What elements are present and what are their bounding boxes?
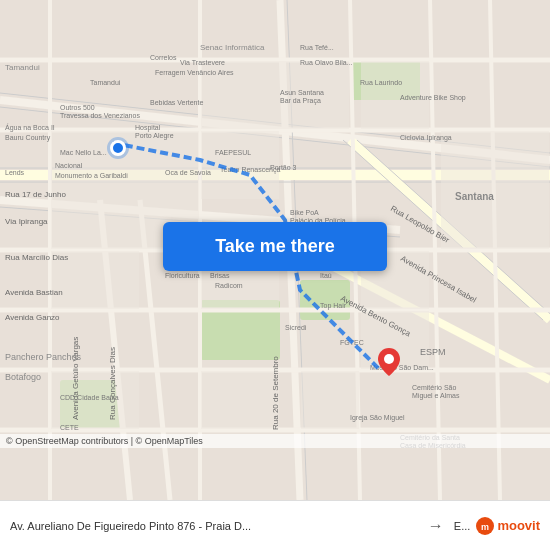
svg-text:Via Trastevere: Via Trastevere [180, 59, 225, 66]
take-me-there-button[interactable]: Take me there [163, 222, 387, 271]
svg-text:Floricultura: Floricultura [165, 272, 200, 279]
svg-text:Nacional: Nacional [55, 162, 83, 169]
svg-text:Outros 500: Outros 500 [60, 104, 95, 111]
svg-text:Oca de Savoia: Oca de Savoia [165, 169, 211, 176]
svg-text:Sicredi: Sicredi [285, 324, 307, 331]
svg-text:FAEPESUL: FAEPESUL [215, 149, 251, 156]
svg-rect-41 [201, 371, 279, 429]
svg-text:Miguel e Almas: Miguel e Almas [412, 392, 460, 400]
svg-text:Top Hair: Top Hair [320, 302, 347, 310]
arrow-icon: → [428, 517, 444, 535]
svg-text:Monumento a Garibaldi: Monumento a Garibaldi [55, 172, 128, 179]
svg-text:Bike PoA: Bike PoA [290, 209, 319, 216]
svg-text:Bauru Country: Bauru Country [5, 134, 51, 142]
svg-text:Tamandui: Tamandui [5, 63, 40, 72]
svg-text:Ferragem Venâncio Aires: Ferragem Venâncio Aires [155, 69, 234, 77]
start-location-marker [110, 140, 126, 156]
map-container: Rua 17 de Junho Via Ipiranga Rua Marcíli… [0, 0, 550, 500]
svg-text:Santana: Santana [455, 191, 494, 202]
svg-text:Rua Olavo Bila...: Rua Olavo Bila... [300, 59, 353, 66]
svg-text:Panchero Panchos: Panchero Panchos [5, 352, 82, 362]
svg-text:Senac Informática: Senac Informática [200, 43, 265, 52]
svg-text:Água na Boca II: Água na Boca II [5, 123, 55, 132]
svg-text:Rua Tefé...: Rua Tefé... [300, 44, 334, 51]
svg-text:Adventure Bike Shop: Adventure Bike Shop [400, 94, 466, 102]
svg-text:Avenida Getúlio Vargas: Avenida Getúlio Vargas [71, 337, 80, 420]
svg-text:Via Ipiranga: Via Ipiranga [5, 217, 48, 226]
svg-text:CDD Cidade Baixa: CDD Cidade Baixa [60, 394, 119, 401]
svg-text:Botafogo: Botafogo [5, 372, 41, 382]
svg-text:Lends: Lends [5, 169, 25, 176]
svg-text:Bar da Praça: Bar da Praça [280, 97, 321, 105]
svg-point-105 [384, 354, 394, 364]
svg-text:Rua 17 de Junho: Rua 17 de Junho [5, 190, 66, 199]
svg-text:Tamandui: Tamandui [90, 79, 121, 86]
svg-text:Radicom: Radicom [215, 282, 243, 289]
svg-text:Ciclovia Ipiranga: Ciclovia Ipiranga [400, 134, 452, 142]
svg-rect-39 [441, 131, 549, 249]
moovit-logo-icon: m [476, 517, 494, 535]
svg-text:Travessa dos Venezianos: Travessa dos Venezianos [60, 112, 140, 119]
bottom-bar: Av. Aureliano De Figueiredo Pinto 876 - … [0, 500, 550, 550]
svg-text:Portão 3: Portão 3 [270, 164, 297, 171]
svg-text:Porto Alegre: Porto Alegre [135, 132, 174, 140]
svg-text:Rua 20 de Setembro: Rua 20 de Setembro [271, 356, 280, 430]
svg-text:ESPM: ESPM [420, 347, 446, 357]
svg-text:Rua Laurindo: Rua Laurindo [360, 79, 402, 86]
svg-text:Mac Nello La...: Mac Nello La... [60, 149, 107, 156]
svg-text:Rua Gonçalves Dias: Rua Gonçalves Dias [108, 347, 117, 420]
svg-text:Igreja São Miguel: Igreja São Miguel [350, 414, 405, 422]
svg-text:Rua Marcílio Dias: Rua Marcílio Dias [5, 253, 68, 262]
map-attribution: © OpenStreetMap contributors | © OpenMap… [0, 434, 550, 448]
svg-text:Hospital: Hospital [135, 124, 161, 132]
destination-text: E... [454, 520, 471, 532]
svg-text:CETE: CETE [60, 424, 79, 431]
svg-text:Brisas: Brisas [210, 272, 230, 279]
origin-text: Av. Aureliano De Figueiredo Pinto 876 - … [10, 520, 418, 532]
moovit-logo: m moovit [476, 517, 540, 535]
svg-text:Cemitério São: Cemitério São [412, 384, 456, 391]
svg-text:Avenida Ganzo: Avenida Ganzo [5, 313, 60, 322]
svg-text:m: m [481, 522, 489, 532]
destination-marker [378, 348, 400, 376]
moovit-logo-text: moovit [497, 518, 540, 533]
svg-text:Asun Santana: Asun Santana [280, 89, 324, 96]
svg-text:Avenida Bastian: Avenida Bastian [5, 288, 63, 297]
svg-text:Itaú: Itaú [320, 272, 332, 279]
svg-text:Bebidas Vertente: Bebidas Vertente [150, 99, 203, 106]
svg-text:Correlos: Correlos [150, 54, 177, 61]
